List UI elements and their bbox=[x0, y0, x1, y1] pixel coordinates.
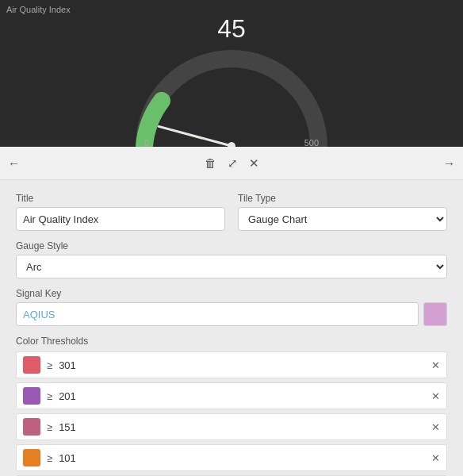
signal-key-input[interactable] bbox=[16, 302, 419, 326]
threshold-gte-0: ≥ bbox=[47, 359, 52, 371]
threshold-remove-1[interactable]: ✕ bbox=[431, 390, 440, 402]
form-panel: Title Tile Type Gauge Chart Line Chart B… bbox=[0, 180, 463, 476]
threshold-item-0: ≥ ✕ bbox=[16, 351, 447, 378]
threshold-gte-3: ≥ bbox=[47, 452, 52, 464]
threshold-color-2[interactable] bbox=[23, 418, 40, 436]
toolbar: ← 🗑 ⤢ ✕ → bbox=[0, 147, 463, 180]
threshold-value-0[interactable] bbox=[59, 359, 425, 371]
title-group: Title bbox=[16, 193, 225, 231]
threshold-item-2: ≥ ✕ bbox=[16, 413, 447, 440]
threshold-gte-2: ≥ bbox=[47, 421, 52, 433]
color-thresholds-section: Color Thresholds ≥ ✕ ≥ ✕ ≥ ✕ ≥ ✕ bbox=[16, 336, 447, 476]
gauge-panel: Air Quality Index 45 0 500 bbox=[0, 0, 463, 147]
signal-key-input-row bbox=[16, 302, 447, 326]
threshold-value-1[interactable] bbox=[59, 390, 425, 402]
threshold-item-3: ≥ ✕ bbox=[16, 444, 447, 471]
threshold-value-3[interactable] bbox=[59, 452, 425, 464]
title-tiletype-row: Title Tile Type Gauge Chart Line Chart B… bbox=[16, 193, 447, 231]
threshold-remove-0[interactable]: ✕ bbox=[431, 359, 440, 371]
gauge-title: Air Quality Index bbox=[6, 5, 71, 14]
gauge-style-label: Gauge Style bbox=[16, 240, 447, 251]
toolbar-right: → bbox=[443, 157, 455, 170]
signal-key-group: Signal Key bbox=[16, 288, 447, 326]
tile-type-select[interactable]: Gauge Chart Line Chart Bar Chart Pie Cha… bbox=[238, 207, 447, 231]
gauge-container: 0 500 bbox=[128, 47, 335, 148]
gauge-style-row: Gauge Style Arc Radial Linear bbox=[16, 240, 447, 278]
close-icon[interactable]: ✕ bbox=[249, 157, 259, 169]
signal-key-color-swatch[interactable] bbox=[423, 302, 447, 326]
toolbar-center-icons: 🗑 ⤢ ✕ bbox=[205, 157, 259, 169]
toolbar-left: ← bbox=[8, 157, 20, 170]
gauge-value: 45 bbox=[217, 14, 246, 44]
tile-type-group: Tile Type Gauge Chart Line Chart Bar Cha… bbox=[238, 193, 447, 231]
gauge-style-group: Gauge Style Arc Radial Linear bbox=[16, 240, 447, 278]
threshold-remove-3[interactable]: ✕ bbox=[431, 452, 440, 464]
threshold-remove-2[interactable]: ✕ bbox=[431, 421, 440, 433]
color-thresholds-label: Color Thresholds bbox=[16, 336, 447, 347]
threshold-gte-1: ≥ bbox=[47, 390, 52, 402]
forward-arrow-icon[interactable]: → bbox=[443, 156, 455, 170]
gauge-style-select[interactable]: Arc Radial Linear bbox=[16, 255, 447, 278]
back-arrow-icon[interactable]: ← bbox=[8, 156, 20, 170]
tile-type-label: Tile Type bbox=[238, 193, 447, 204]
threshold-item-1: ≥ ✕ bbox=[16, 382, 447, 409]
threshold-value-2[interactable] bbox=[59, 421, 425, 433]
threshold-color-1[interactable] bbox=[23, 387, 40, 405]
signal-key-label: Signal Key bbox=[16, 288, 447, 299]
title-label: Title bbox=[16, 193, 225, 204]
title-input[interactable] bbox=[16, 207, 225, 231]
delete-icon[interactable]: 🗑 bbox=[205, 157, 216, 169]
gauge-svg bbox=[128, 47, 335, 150]
expand-icon[interactable]: ⤢ bbox=[228, 157, 238, 169]
threshold-color-0[interactable] bbox=[23, 356, 40, 374]
svg-line-0 bbox=[159, 126, 232, 146]
signal-key-row: Signal Key bbox=[16, 288, 447, 326]
threshold-color-3[interactable] bbox=[23, 449, 40, 466]
